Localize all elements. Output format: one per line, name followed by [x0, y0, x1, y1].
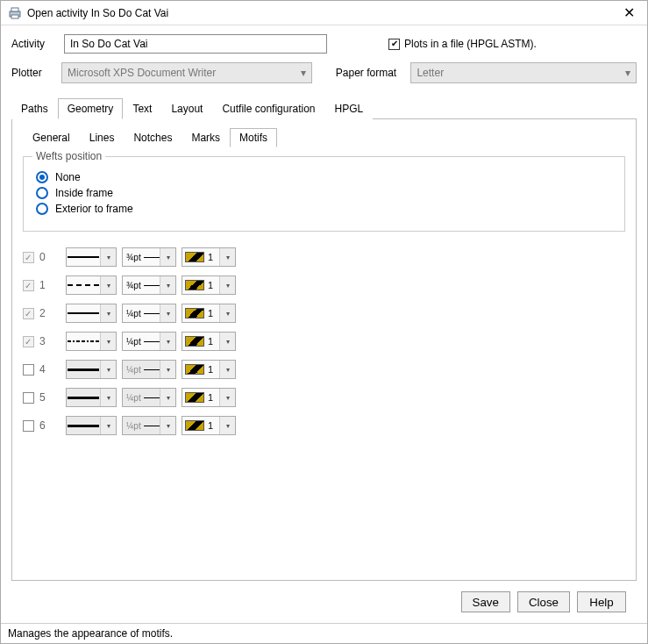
line-color-select-3[interactable]: 1▾	[182, 332, 236, 351]
motif-checkbox-3: ✓	[23, 336, 34, 347]
wefts-fieldset: Wefts position NoneInside frameExterior …	[23, 156, 625, 232]
titlebar: Open activity In So Do Cat Vai ✕	[1, 1, 647, 25]
line-weight-select-4: ¼pt▾	[122, 360, 176, 379]
chevron-down-icon: ▾	[100, 276, 116, 294]
chevron-down-icon: ▾	[160, 417, 175, 434]
tab-hpgl[interactable]: HPGL	[324, 98, 373, 119]
line-style-select-2[interactable]: ▾	[66, 304, 117, 323]
color-swatch-icon	[185, 392, 204, 403]
color-number: 1	[208, 392, 213, 403]
chevron-down-icon: ▾	[219, 248, 235, 266]
motif-checkbox-6[interactable]	[23, 420, 34, 432]
dialog-footer: Save Close Help	[11, 581, 637, 623]
line-weight-select-1[interactable]: ¾pt▾	[122, 275, 176, 295]
motif-checkbox-5[interactable]	[23, 392, 34, 404]
subtab-marks[interactable]: Marks	[182, 128, 230, 147]
motif-row: 6▾¼pt▾1▾	[23, 416, 625, 435]
line-weight-select-2[interactable]: ¼pt▾	[122, 304, 176, 323]
line-weight-select-0[interactable]: ¾pt▾	[122, 247, 176, 267]
radio-exterior-to-frame[interactable]	[36, 203, 48, 215]
motif-checkbox-4[interactable]	[23, 364, 34, 376]
chevron-down-icon: ▾	[160, 248, 175, 266]
svg-rect-1	[11, 8, 18, 11]
radio-label: Inside frame	[55, 187, 113, 199]
chevron-down-icon: ▾	[219, 417, 235, 434]
line-color-select-0[interactable]: 1▾	[182, 247, 236, 267]
line-color-select-5[interactable]: 1▾	[182, 388, 236, 407]
plotter-value: Microsoft XPS Document Writer	[68, 67, 216, 79]
motif-row: ✓3▾¼pt▾1▾	[23, 332, 625, 351]
wefts-legend: Wefts position	[32, 150, 105, 162]
color-swatch-icon	[185, 308, 204, 318]
line-color-select-6[interactable]: 1▾	[182, 416, 236, 435]
color-swatch-icon	[185, 364, 204, 375]
subtab-motifs[interactable]: Motifs	[230, 128, 277, 147]
check-icon: ✔	[391, 39, 398, 48]
radio-label: None	[55, 171, 81, 183]
line-style-select-0[interactable]: ▾	[66, 247, 117, 267]
tab-geometry[interactable]: Geometry	[58, 98, 124, 119]
chevron-down-icon: ▾	[100, 417, 116, 434]
tab-cutfile-configuration[interactable]: Cutfile configuration	[212, 98, 324, 119]
motif-index-label: 4	[39, 363, 53, 376]
radio-none[interactable]	[36, 171, 48, 183]
help-button[interactable]: Help	[577, 591, 626, 612]
activity-label: Activity	[11, 38, 64, 50]
dialog-body: Activity ✔ Plots in a file (HPGL ASTM). …	[1, 25, 647, 623]
motif-index-label: 0	[39, 251, 53, 263]
line-color-select-2[interactable]: 1▾	[182, 304, 236, 323]
color-number: 1	[208, 252, 213, 262]
close-icon[interactable]: ✕	[618, 4, 640, 21]
radio-label: Exterior to frame	[55, 203, 133, 215]
chevron-down-icon: ▾	[301, 67, 306, 79]
chevron-down-icon: ▾	[100, 333, 116, 350]
line-style-select-4: ▾	[66, 360, 117, 379]
outer-tabs: PathsGeometryTextLayoutCutfile configura…	[11, 97, 637, 118]
color-swatch-icon	[185, 280, 204, 290]
inner-tabs: GeneralLinesNotchesMarksMotifs	[23, 128, 625, 147]
line-style-select-1[interactable]: ▾	[66, 275, 117, 295]
plots-checkbox[interactable]: ✔	[388, 39, 400, 50]
color-number: 1	[208, 336, 213, 347]
color-swatch-icon	[185, 420, 204, 431]
line-color-select-4[interactable]: 1▾	[182, 360, 236, 379]
paper-format-select[interactable]: Letter ▾	[410, 62, 637, 83]
line-style-select-3[interactable]: ▾	[66, 332, 117, 351]
motif-checkbox-2: ✓	[23, 308, 34, 319]
chevron-down-icon: ▾	[160, 389, 175, 406]
plotter-select[interactable]: Microsoft XPS Document Writer ▾	[61, 62, 312, 83]
motif-row: 4▾¼pt▾1▾	[23, 360, 625, 379]
motif-row: 5▾¼pt▾1▾	[23, 388, 625, 407]
geometry-panel: GeneralLinesNotchesMarksMotifs Wefts pos…	[11, 118, 637, 581]
subtab-notches[interactable]: Notches	[124, 128, 182, 147]
chevron-down-icon: ▾	[160, 333, 175, 350]
line-weight-select-3[interactable]: ¼pt▾	[122, 332, 176, 351]
printer-icon	[8, 6, 22, 20]
paper-format-label: Paper format	[336, 67, 411, 79]
tab-paths[interactable]: Paths	[11, 98, 58, 119]
chevron-down-icon: ▾	[100, 304, 116, 322]
color-number: 1	[208, 364, 213, 375]
color-number: 1	[208, 308, 213, 318]
motif-row: ✓1▾¾pt▾1▾	[23, 275, 625, 295]
motif-table: ✓0▾¾pt▾1▾✓1▾¾pt▾1▾✓2▾¼pt▾1▾✓3▾¼pt▾1▾4▾¼p…	[23, 247, 625, 435]
close-button[interactable]: Close	[517, 591, 570, 612]
save-button[interactable]: Save	[461, 591, 510, 612]
subtab-lines[interactable]: Lines	[80, 128, 125, 147]
radio-inside-frame[interactable]	[36, 187, 48, 199]
motif-index-label: 1	[39, 279, 53, 291]
chevron-down-icon: ▾	[100, 361, 116, 378]
chevron-down-icon: ▾	[100, 389, 116, 406]
dialog-window: Open activity In So Do Cat Vai ✕ Activit…	[0, 0, 648, 644]
line-color-select-1[interactable]: 1▾	[182, 275, 236, 295]
subtab-general[interactable]: General	[23, 128, 80, 147]
radio-row: None	[36, 171, 612, 183]
tab-text[interactable]: Text	[123, 98, 161, 119]
line-weight-select-6: ¼pt▾	[122, 416, 176, 435]
motif-index-label: 5	[39, 391, 53, 404]
tab-layout[interactable]: Layout	[161, 98, 212, 119]
activity-input[interactable]	[64, 34, 327, 54]
chevron-down-icon: ▾	[219, 276, 235, 294]
motif-index-label: 3	[39, 335, 53, 347]
plots-checkbox-label: Plots in a file (HPGL ASTM).	[404, 38, 537, 50]
